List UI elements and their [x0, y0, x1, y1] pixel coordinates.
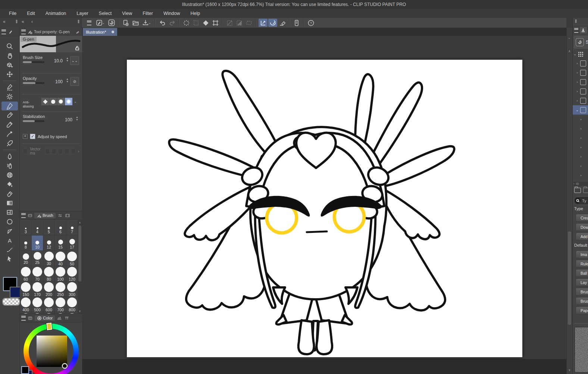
- sliders-tab-icon[interactable]: [57, 213, 63, 218]
- delete-folder-icon[interactable]: [583, 188, 588, 193]
- color-set-tab-icon[interactable]: [27, 316, 33, 321]
- collapse-icon[interactable]: ⌄: [568, 36, 571, 40]
- material-filter-down[interactable]: Down: [576, 223, 588, 231]
- menu-help[interactable]: Help: [185, 10, 205, 17]
- fill-selection-button[interactable]: [235, 19, 244, 27]
- chevron-icon[interactable]: ›: [579, 136, 583, 140]
- hand-tool[interactable]: [1, 51, 18, 60]
- sub-color-swatch[interactable]: [10, 287, 21, 298]
- brush-size-200[interactable]: 200: [43, 281, 55, 297]
- drag-handle-icon[interactable]: ⫴: [16, 19, 18, 24]
- material-tree-row[interactable]: ⌄: [573, 49, 588, 59]
- selection-launcher-button[interactable]: [244, 19, 253, 27]
- brush-size-3[interactable]: 3: [20, 220, 32, 236]
- brush-size-25[interactable]: 25: [32, 251, 43, 266]
- subtool-preview[interactable]: G-pen: [20, 36, 82, 52]
- correct-line-tool[interactable]: [1, 245, 18, 254]
- zoom-tool[interactable]: [1, 42, 18, 51]
- tab-brush-size[interactable]: Brush: [34, 213, 56, 218]
- reselect-button[interactable]: [191, 19, 200, 27]
- figure-tool[interactable]: [1, 217, 18, 226]
- crop-button[interactable]: [211, 19, 220, 27]
- material-tree-row[interactable]: ›: [573, 152, 588, 161]
- menu-view[interactable]: View: [117, 10, 137, 17]
- brush-size-10[interactable]: 10: [32, 236, 43, 251]
- text-tool[interactable]: A: [1, 236, 18, 245]
- scrollbar-thumb[interactable]: [568, 231, 571, 325]
- deselect-button[interactable]: [182, 19, 191, 27]
- brush-size-500[interactable]: 500: [32, 297, 43, 312]
- move-layer-tool[interactable]: [1, 70, 18, 79]
- collapse-left-dock-icon[interactable]: «: [3, 19, 6, 24]
- transparent-color-swatch[interactable]: [2, 298, 20, 306]
- airbrush-tool[interactable]: [1, 161, 18, 170]
- mini-foreground-swatch[interactable]: [21, 366, 29, 374]
- material-tree-row[interactable]: ›: [573, 68, 588, 77]
- close-tab-icon[interactable]: [112, 31, 114, 33]
- color-mixer-tab-icon[interactable]: [64, 316, 70, 321]
- snap-to-grid-button[interactable]: [278, 19, 287, 27]
- brush-size-150[interactable]: 150: [20, 281, 32, 297]
- anti-alias-strong-button[interactable]: [65, 98, 72, 105]
- brush-size-20[interactable]: 20: [20, 251, 32, 266]
- brush-size-300[interactable]: 300: [66, 281, 78, 297]
- material-tree-row[interactable]: ›: [573, 96, 588, 105]
- material-tree-row[interactable]: ›: [573, 115, 588, 124]
- snap-to-special-ruler-button[interactable]: [268, 19, 277, 27]
- brush-size-8[interactable]: 8: [20, 236, 32, 251]
- menu-file[interactable]: File: [4, 10, 22, 17]
- material-search-input[interactable]: Ty: [574, 196, 588, 205]
- material-tree-row[interactable]: ›: [573, 59, 588, 68]
- stabilization-stepper[interactable]: ▲▼: [76, 116, 78, 121]
- panel-menu-icon[interactable]: [21, 316, 26, 321]
- companion-mode-button[interactable]: [292, 19, 301, 27]
- material-filter-ball[interactable]: Ball: [576, 269, 588, 277]
- pen-tab-icon[interactable]: [7, 29, 13, 35]
- chevron-icon[interactable]: ›: [579, 146, 583, 149]
- brush-size-12[interactable]: 12: [43, 236, 55, 251]
- material-tree-row[interactable]: ›: [573, 77, 588, 87]
- chevron-down-icon[interactable]: ⌄: [74, 100, 77, 103]
- chevron-icon[interactable]: ›: [575, 90, 579, 93]
- chevron-icon[interactable]: ›: [579, 155, 583, 159]
- opacity-slider[interactable]: [23, 82, 44, 84]
- material-source-button[interactable]: S: [574, 36, 588, 49]
- new-folder-icon[interactable]: [574, 188, 581, 193]
- chevron-icon[interactable]: ›: [575, 62, 579, 65]
- brush-size-17[interactable]: 17: [66, 236, 78, 251]
- scrollbar-thumb[interactable]: [576, 183, 579, 185]
- material-filter-rule[interactable]: Rule: [576, 260, 588, 268]
- clip-studio-button[interactable]: [107, 19, 116, 27]
- chevron-icon[interactable]: ›: [579, 118, 583, 121]
- color-slider-tab-icon[interactable]: [56, 316, 62, 321]
- pen-tool[interactable]: [1, 102, 18, 110]
- sv-cursor[interactable]: [62, 363, 68, 369]
- pencil-tool[interactable]: [1, 120, 18, 129]
- scroll-up-icon[interactable]: ∧: [78, 220, 82, 224]
- brush-size-100[interactable]: 100: [55, 266, 66, 281]
- opacity-stepper[interactable]: ▲▼: [66, 78, 69, 83]
- help-button[interactable]: ?: [306, 19, 315, 27]
- brush-grid-scrollbar[interactable]: ∧ ∨: [78, 220, 82, 314]
- hue-marker[interactable]: [46, 322, 52, 330]
- material-tree-row-selected[interactable]: ⌄: [573, 105, 588, 115]
- menu-edit[interactable]: Edit: [22, 10, 40, 17]
- drag-handle-icon[interactable]: ⫴: [78, 19, 79, 24]
- new-canvas-button[interactable]: [121, 19, 130, 27]
- scroll-left-icon[interactable]: ‹: [573, 182, 575, 186]
- material-filter-add[interactable]: Add: [576, 233, 588, 240]
- adjust-by-speed-checkbox[interactable]: ✓: [30, 134, 35, 139]
- menu-window[interactable]: Window: [158, 10, 185, 17]
- eraser-tool[interactable]: [1, 189, 18, 198]
- saturation-value-square[interactable]: [37, 336, 67, 367]
- anti-alias-none-button[interactable]: [41, 98, 49, 105]
- opacity-value[interactable]: 100: [55, 79, 63, 84]
- brush-size-120[interactable]: 120: [66, 266, 78, 281]
- decoration-tool[interactable]: [1, 171, 18, 180]
- panel-menu-icon[interactable]: [21, 29, 26, 34]
- menu-animation[interactable]: Animation: [40, 10, 72, 17]
- menu-select[interactable]: Select: [94, 10, 117, 17]
- dock-scrollbar[interactable]: ⌄ ∧ ∨: [566, 28, 572, 374]
- opacity-dynamics-button[interactable]: ⊘: [70, 77, 79, 86]
- chevron-icon[interactable]: ›: [579, 164, 583, 168]
